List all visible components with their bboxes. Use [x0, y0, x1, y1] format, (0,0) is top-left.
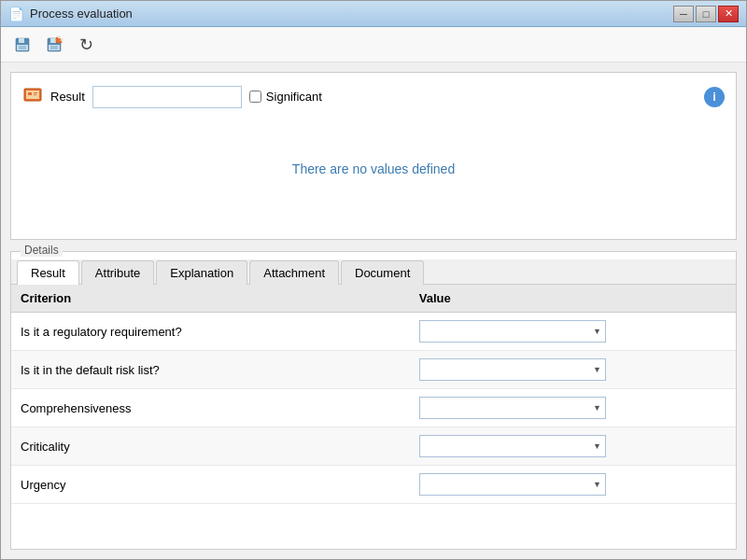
save-as-button[interactable]: +	[40, 32, 68, 58]
value-select-0[interactable]	[419, 320, 606, 343]
tab-result[interactable]: Result	[17, 260, 79, 285]
select-wrapper	[419, 397, 606, 419]
save-as-icon: +	[46, 36, 63, 53]
table-row: Urgency	[11, 466, 736, 504]
tab-attribute[interactable]: Attribute	[81, 260, 154, 285]
table-row: Is it a regulatory requirement?	[11, 313, 736, 351]
minimize-button[interactable]: ─	[673, 6, 694, 22]
info-button[interactable]: i	[704, 87, 725, 107]
criteria-table: Criterion Value Is it a regulatory requi…	[11, 285, 736, 504]
criterion-cell: Comprehensiveness	[11, 389, 410, 427]
significant-checkbox[interactable]	[249, 91, 261, 103]
svg-rect-7	[50, 46, 58, 49]
value-cell	[410, 389, 736, 427]
save-icon	[14, 36, 31, 53]
svg-rect-3	[19, 46, 26, 49]
svg-rect-13	[34, 92, 37, 93]
select-wrapper	[419, 320, 606, 343]
main-window: 📄 Process evaluation ─ □ ✕	[0, 0, 747, 560]
value-select-1[interactable]	[419, 358, 606, 381]
result-input[interactable]	[92, 86, 242, 108]
window-title: Process evaluation	[30, 7, 133, 21]
title-bar-left: 📄 Process evaluation	[8, 7, 133, 21]
table-row: Criticality	[11, 427, 736, 466]
svg-rect-1	[19, 38, 24, 43]
criterion-cell: Urgency	[11, 466, 410, 504]
table-row: Comprehensiveness	[11, 389, 736, 427]
col-criterion: Criterion	[11, 285, 410, 313]
svg-rect-5	[50, 38, 56, 43]
table-row: Is it in the default risk list?	[11, 351, 736, 389]
significant-label: Significant	[266, 90, 322, 104]
no-values-message: There are no values defined	[22, 109, 725, 228]
tab-document[interactable]: Document	[341, 260, 424, 285]
value-select-2[interactable]	[419, 397, 606, 419]
result-panel: Result Significant i There are no values…	[10, 72, 737, 240]
value-cell	[410, 351, 736, 389]
svg-text:+: +	[58, 36, 63, 45]
criterion-cell: Criticality	[11, 427, 410, 466]
value-cell	[410, 466, 736, 504]
criterion-cell: Is it a regulatory requirement?	[11, 313, 410, 351]
refresh-button[interactable]: ↻	[72, 32, 100, 58]
significant-row: Significant	[249, 90, 322, 104]
value-cell	[410, 313, 736, 351]
close-button[interactable]: ✕	[718, 6, 739, 22]
select-wrapper	[419, 435, 606, 457]
criterion-cell: Is it in the default risk list?	[11, 351, 410, 389]
result-label: Result	[50, 90, 85, 104]
svg-rect-12	[28, 92, 32, 95]
toolbar: + ↻	[1, 27, 746, 63]
result-icon	[22, 84, 43, 109]
restore-button[interactable]: □	[696, 6, 716, 22]
window-controls: ─ □ ✕	[673, 6, 739, 22]
value-select-4[interactable]	[419, 473, 606, 496]
value-cell	[410, 427, 736, 466]
save-button[interactable]	[8, 32, 36, 58]
col-value: Value	[410, 285, 736, 313]
window-icon: 📄	[8, 7, 24, 21]
content-area: Result Significant i There are no values…	[1, 63, 746, 559]
details-section: Details Result Attribute Explanation Att…	[10, 251, 737, 550]
details-legend: Details	[21, 244, 63, 257]
tab-attachment[interactable]: Attachment	[249, 260, 339, 285]
criteria-table-container: Criterion Value Is it a regulatory requi…	[11, 285, 736, 549]
tabs-bar: Result Attribute Explanation Attachment …	[11, 259, 736, 285]
value-select-3[interactable]	[419, 435, 606, 457]
tab-explanation[interactable]: Explanation	[156, 260, 247, 285]
title-bar: 📄 Process evaluation ─ □ ✕	[1, 1, 746, 27]
svg-rect-14	[34, 94, 36, 95]
select-wrapper	[419, 473, 606, 496]
select-wrapper	[419, 358, 606, 381]
